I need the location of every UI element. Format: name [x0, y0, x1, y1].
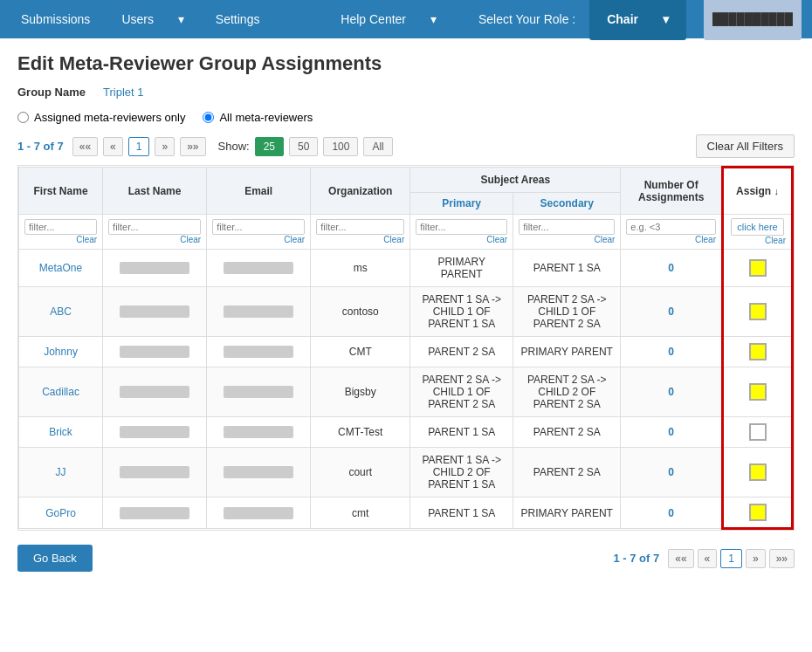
bottom-prev-page[interactable]: « [698, 549, 718, 568]
radio-assigned-only[interactable]: Assigned meta-reviewers only [17, 111, 185, 124]
first-name-link[interactable]: Johnny [44, 346, 78, 358]
filter-org-clear[interactable]: Clear [383, 235, 404, 244]
next-page-button[interactable]: » [155, 137, 175, 156]
nav-submissions[interactable]: Submissions [10, 0, 100, 38]
show-50-button[interactable]: 50 [289, 137, 318, 156]
clear-all-filters-button[interactable]: Clear All Filters [696, 134, 795, 158]
table-row: GoPro cmt PARENT 1 SA PRIMARY PARENT 0 [19, 498, 793, 529]
assign-checkbox[interactable] [749, 383, 767, 401]
cell-organization: Bigsby [311, 367, 410, 417]
assign-sort-arrow[interactable]: ↓ [774, 186, 779, 196]
first-name-link[interactable]: JJ [56, 466, 66, 478]
show-25-button[interactable]: 25 [255, 137, 284, 156]
last-page-button[interactable]: »» [180, 137, 205, 156]
cell-primary: PARENT 2 SA -> CHILD 1 OF PARENT 2 SA [410, 367, 513, 417]
filter-first-name: Clear [19, 215, 103, 250]
assign-checkbox[interactable] [749, 343, 767, 360]
first-name-link[interactable]: MetaOne [39, 262, 82, 274]
current-page: 1 [128, 137, 150, 156]
filter-last-name-input[interactable] [108, 219, 201, 235]
first-name-link[interactable]: Brick [49, 426, 72, 438]
go-back-button[interactable]: Go Back [17, 545, 93, 572]
first-page-button[interactable]: «« [72, 137, 98, 156]
col-assign: Assign ↓ [723, 168, 793, 215]
filter-last-name-clear[interactable]: Clear [180, 235, 201, 244]
filter-primary-clear[interactable]: Clear [486, 235, 507, 244]
cell-assign [723, 367, 793, 417]
filter-assign-clear[interactable]: Clear [765, 236, 786, 245]
show-all-button[interactable]: All [363, 137, 392, 156]
cell-num-assignments: 0 [621, 337, 723, 367]
filter-email-input[interactable] [212, 219, 305, 235]
nav-help-center[interactable]: Help Center ▾ [320, 0, 458, 38]
filter-num-clear[interactable]: Clear [695, 235, 716, 244]
last-name-blurred [120, 346, 189, 358]
first-name-link[interactable]: Cadillac [42, 386, 79, 398]
nav-settings[interactable]: Settings [205, 0, 271, 38]
table-header-row: First Name Last Name Email Organization … [19, 168, 793, 193]
cell-primary: PRIMARY PARENT [410, 250, 513, 287]
pagination-range: 1 - 7 of 7 [17, 140, 64, 153]
cell-first-name: Johnny [19, 337, 103, 367]
show-label: Show: [218, 140, 250, 153]
filter-primary-input[interactable] [416, 219, 507, 235]
assign-click-here-button[interactable]: click here [731, 218, 783, 236]
col-primary: Primary [410, 193, 513, 215]
filter-first-name-input[interactable] [24, 219, 97, 235]
bottom-next-page[interactable]: » [746, 549, 766, 568]
assign-checkbox[interactable] [749, 463, 767, 481]
first-name-link[interactable]: GoPro [45, 507, 76, 519]
cell-email [207, 287, 311, 337]
show-100-button[interactable]: 100 [323, 137, 358, 156]
filter-email-clear[interactable]: Clear [284, 235, 305, 244]
filter-num-input[interactable] [626, 219, 716, 235]
bottom-pagination: 1 - 7 of 7 «« « 1 » »» [608, 549, 795, 568]
filter-secondary-clear[interactable]: Clear [594, 235, 615, 244]
role-arrow: ▾ [652, 12, 679, 26]
table-row: Johnny CMT PARENT 2 SA PRIMARY PARENT 0 [19, 337, 793, 367]
prev-page-button[interactable]: « [103, 137, 123, 156]
cell-first-name: Cadillac [19, 367, 103, 417]
last-name-blurred [120, 305, 189, 318]
filter-num-assignments: Clear [621, 215, 723, 250]
cell-last-name [103, 498, 207, 529]
user-badge: ██████████ [704, 0, 802, 40]
radio-all[interactable]: All meta-reviewers [203, 111, 313, 124]
cell-secondary: PRIMARY PARENT [513, 498, 621, 529]
filter-first-name-clear[interactable]: Clear [76, 235, 97, 244]
col-email: Email [207, 168, 311, 215]
assign-checkbox[interactable] [749, 303, 767, 320]
filter-secondary: Clear [513, 215, 621, 250]
cell-organization: ms [311, 250, 410, 287]
assign-checkbox[interactable] [749, 504, 767, 521]
group-name-value[interactable]: Triplet 1 [103, 86, 143, 99]
cell-last-name [103, 417, 207, 448]
first-name-link[interactable]: ABC [50, 305, 72, 318]
cell-assign [723, 337, 793, 367]
email-blurred [224, 426, 293, 438]
bottom-first-page[interactable]: «« [668, 549, 693, 568]
cell-num-assignments: 0 [621, 250, 723, 287]
cell-email [207, 367, 311, 417]
filter-org-input[interactable] [316, 219, 404, 235]
cell-secondary: PARENT 2 SA -> CHILD 1 OF PARENT 2 SA [513, 287, 621, 337]
email-blurred [224, 305, 293, 318]
filter-row: Clear Clear Clear Clear [19, 215, 793, 250]
nav-users[interactable]: Users ▾ [100, 0, 204, 38]
table-body: MetaOne ms PRIMARY PARENT PARENT 1 SA 0 … [19, 250, 793, 529]
assignments-table: First Name Last Name Email Organization … [18, 166, 794, 530]
assign-checkbox[interactable] [749, 259, 767, 277]
cell-assign [723, 287, 793, 337]
email-blurred [224, 346, 293, 358]
cell-assign [723, 498, 793, 529]
cell-email [207, 498, 311, 529]
role-selector[interactable]: Chair ▾ [589, 0, 686, 40]
filter-secondary-input[interactable] [519, 219, 615, 235]
col-subject-areas: Subject Areas [410, 168, 621, 193]
last-name-blurred [120, 262, 189, 274]
filter-primary: Clear [410, 215, 513, 250]
table-row: MetaOne ms PRIMARY PARENT PARENT 1 SA 0 [19, 250, 793, 287]
cell-last-name [103, 250, 207, 287]
assign-checkbox[interactable] [749, 423, 767, 441]
bottom-last-page[interactable]: »» [769, 549, 795, 568]
